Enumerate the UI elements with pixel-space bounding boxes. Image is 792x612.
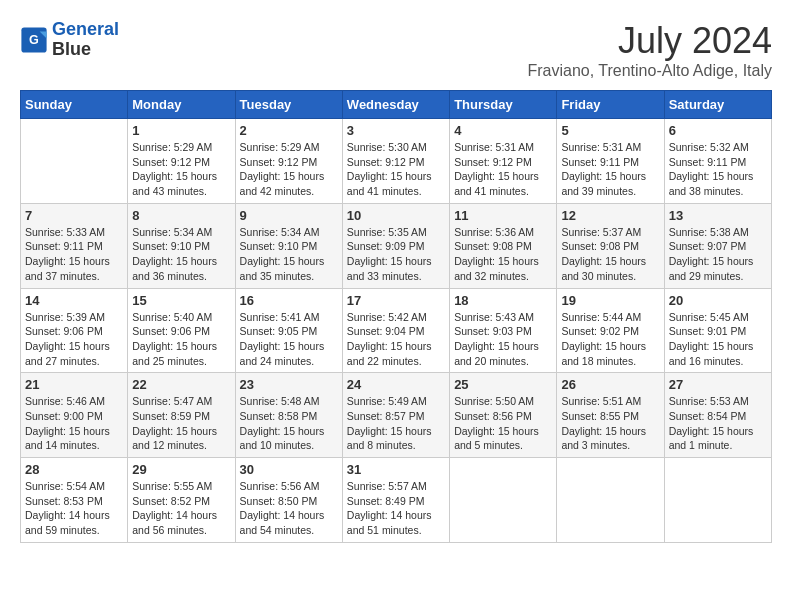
day-info: Sunrise: 5:41 AM Sunset: 9:05 PM Dayligh… [240,310,338,369]
calendar-cell: 1Sunrise: 5:29 AM Sunset: 9:12 PM Daylig… [128,119,235,204]
logo: G General Blue [20,20,119,60]
location-title: Fraviano, Trentino-Alto Adige, Italy [527,62,772,80]
day-number: 8 [132,208,230,223]
calendar-cell: 5Sunrise: 5:31 AM Sunset: 9:11 PM Daylig… [557,119,664,204]
day-number: 28 [25,462,123,477]
day-number: 9 [240,208,338,223]
logo-text: General Blue [52,20,119,60]
calendar-table: SundayMondayTuesdayWednesdayThursdayFrid… [20,90,772,543]
calendar-week-row: 14Sunrise: 5:39 AM Sunset: 9:06 PM Dayli… [21,288,772,373]
calendar-cell: 31Sunrise: 5:57 AM Sunset: 8:49 PM Dayli… [342,458,449,543]
day-info: Sunrise: 5:35 AM Sunset: 9:09 PM Dayligh… [347,225,445,284]
weekday-header: Thursday [450,91,557,119]
calendar-cell: 14Sunrise: 5:39 AM Sunset: 9:06 PM Dayli… [21,288,128,373]
day-info: Sunrise: 5:49 AM Sunset: 8:57 PM Dayligh… [347,394,445,453]
calendar-cell: 28Sunrise: 5:54 AM Sunset: 8:53 PM Dayli… [21,458,128,543]
calendar-cell: 11Sunrise: 5:36 AM Sunset: 9:08 PM Dayli… [450,203,557,288]
day-info: Sunrise: 5:30 AM Sunset: 9:12 PM Dayligh… [347,140,445,199]
title-area: July 2024 Fraviano, Trentino-Alto Adige,… [527,20,772,80]
calendar-cell: 9Sunrise: 5:34 AM Sunset: 9:10 PM Daylig… [235,203,342,288]
calendar-cell [450,458,557,543]
day-info: Sunrise: 5:46 AM Sunset: 9:00 PM Dayligh… [25,394,123,453]
day-info: Sunrise: 5:33 AM Sunset: 9:11 PM Dayligh… [25,225,123,284]
calendar-cell: 8Sunrise: 5:34 AM Sunset: 9:10 PM Daylig… [128,203,235,288]
calendar-cell: 15Sunrise: 5:40 AM Sunset: 9:06 PM Dayli… [128,288,235,373]
day-info: Sunrise: 5:34 AM Sunset: 9:10 PM Dayligh… [240,225,338,284]
calendar-cell: 7Sunrise: 5:33 AM Sunset: 9:11 PM Daylig… [21,203,128,288]
calendar-cell: 24Sunrise: 5:49 AM Sunset: 8:57 PM Dayli… [342,373,449,458]
day-number: 2 [240,123,338,138]
calendar-cell [664,458,771,543]
day-number: 20 [669,293,767,308]
weekday-header: Wednesday [342,91,449,119]
day-info: Sunrise: 5:37 AM Sunset: 9:08 PM Dayligh… [561,225,659,284]
day-info: Sunrise: 5:50 AM Sunset: 8:56 PM Dayligh… [454,394,552,453]
calendar-cell: 19Sunrise: 5:44 AM Sunset: 9:02 PM Dayli… [557,288,664,373]
day-info: Sunrise: 5:40 AM Sunset: 9:06 PM Dayligh… [132,310,230,369]
day-info: Sunrise: 5:55 AM Sunset: 8:52 PM Dayligh… [132,479,230,538]
weekday-header: Tuesday [235,91,342,119]
day-info: Sunrise: 5:44 AM Sunset: 9:02 PM Dayligh… [561,310,659,369]
day-number: 31 [347,462,445,477]
day-number: 3 [347,123,445,138]
day-number: 23 [240,377,338,392]
day-number: 29 [132,462,230,477]
day-number: 5 [561,123,659,138]
day-number: 19 [561,293,659,308]
calendar-cell: 2Sunrise: 5:29 AM Sunset: 9:12 PM Daylig… [235,119,342,204]
weekday-header: Monday [128,91,235,119]
calendar-week-row: 1Sunrise: 5:29 AM Sunset: 9:12 PM Daylig… [21,119,772,204]
day-info: Sunrise: 5:31 AM Sunset: 9:11 PM Dayligh… [561,140,659,199]
day-info: Sunrise: 5:53 AM Sunset: 8:54 PM Dayligh… [669,394,767,453]
calendar-cell: 21Sunrise: 5:46 AM Sunset: 9:00 PM Dayli… [21,373,128,458]
day-number: 16 [240,293,338,308]
calendar-cell: 18Sunrise: 5:43 AM Sunset: 9:03 PM Dayli… [450,288,557,373]
day-number: 12 [561,208,659,223]
day-info: Sunrise: 5:56 AM Sunset: 8:50 PM Dayligh… [240,479,338,538]
day-number: 6 [669,123,767,138]
calendar-body: 1Sunrise: 5:29 AM Sunset: 9:12 PM Daylig… [21,119,772,543]
calendar-cell: 25Sunrise: 5:50 AM Sunset: 8:56 PM Dayli… [450,373,557,458]
calendar-cell: 16Sunrise: 5:41 AM Sunset: 9:05 PM Dayli… [235,288,342,373]
day-number: 21 [25,377,123,392]
weekday-header: Saturday [664,91,771,119]
day-number: 26 [561,377,659,392]
calendar-cell: 17Sunrise: 5:42 AM Sunset: 9:04 PM Dayli… [342,288,449,373]
day-info: Sunrise: 5:42 AM Sunset: 9:04 PM Dayligh… [347,310,445,369]
day-number: 24 [347,377,445,392]
calendar-cell [557,458,664,543]
weekday-header: Friday [557,91,664,119]
day-number: 17 [347,293,445,308]
day-number: 11 [454,208,552,223]
day-info: Sunrise: 5:36 AM Sunset: 9:08 PM Dayligh… [454,225,552,284]
day-info: Sunrise: 5:48 AM Sunset: 8:58 PM Dayligh… [240,394,338,453]
day-number: 4 [454,123,552,138]
day-number: 18 [454,293,552,308]
calendar-cell: 13Sunrise: 5:38 AM Sunset: 9:07 PM Dayli… [664,203,771,288]
calendar-cell: 26Sunrise: 5:51 AM Sunset: 8:55 PM Dayli… [557,373,664,458]
month-title: July 2024 [527,20,772,62]
day-info: Sunrise: 5:57 AM Sunset: 8:49 PM Dayligh… [347,479,445,538]
logo-icon: G [20,26,48,54]
day-info: Sunrise: 5:39 AM Sunset: 9:06 PM Dayligh… [25,310,123,369]
day-number: 30 [240,462,338,477]
page-header: G General Blue July 2024 Fraviano, Trent… [20,20,772,80]
calendar-week-row: 28Sunrise: 5:54 AM Sunset: 8:53 PM Dayli… [21,458,772,543]
calendar-cell: 29Sunrise: 5:55 AM Sunset: 8:52 PM Dayli… [128,458,235,543]
calendar-cell: 10Sunrise: 5:35 AM Sunset: 9:09 PM Dayli… [342,203,449,288]
day-info: Sunrise: 5:38 AM Sunset: 9:07 PM Dayligh… [669,225,767,284]
calendar-week-row: 7Sunrise: 5:33 AM Sunset: 9:11 PM Daylig… [21,203,772,288]
calendar-cell: 4Sunrise: 5:31 AM Sunset: 9:12 PM Daylig… [450,119,557,204]
day-info: Sunrise: 5:45 AM Sunset: 9:01 PM Dayligh… [669,310,767,369]
svg-text:G: G [29,33,39,47]
calendar-header-row: SundayMondayTuesdayWednesdayThursdayFrid… [21,91,772,119]
calendar-cell: 23Sunrise: 5:48 AM Sunset: 8:58 PM Dayli… [235,373,342,458]
calendar-cell: 22Sunrise: 5:47 AM Sunset: 8:59 PM Dayli… [128,373,235,458]
day-info: Sunrise: 5:34 AM Sunset: 9:10 PM Dayligh… [132,225,230,284]
day-number: 22 [132,377,230,392]
day-number: 25 [454,377,552,392]
day-number: 15 [132,293,230,308]
weekday-header: Sunday [21,91,128,119]
calendar-cell: 30Sunrise: 5:56 AM Sunset: 8:50 PM Dayli… [235,458,342,543]
day-info: Sunrise: 5:29 AM Sunset: 9:12 PM Dayligh… [132,140,230,199]
